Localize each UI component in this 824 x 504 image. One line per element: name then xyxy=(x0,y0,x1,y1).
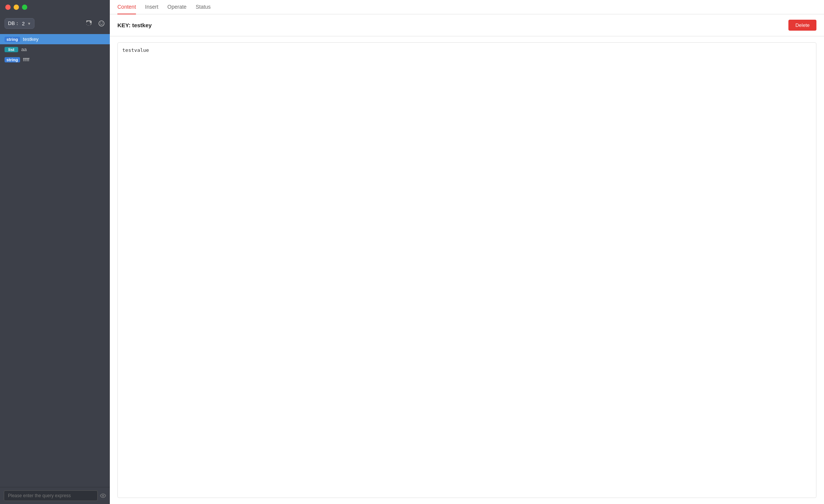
eye-icon xyxy=(100,493,106,499)
sidebar: DB： 2 0 1 3 4 5 ▼ xyxy=(0,0,110,504)
tab-content[interactable]: Content xyxy=(117,0,136,14)
tab-operate[interactable]: Operate xyxy=(167,0,187,14)
value-area: testvalue xyxy=(110,36,824,504)
key-item-testkey[interactable]: string testkey xyxy=(0,34,110,44)
db-selector[interactable]: DB： 2 0 1 3 4 5 ▼ xyxy=(5,18,34,29)
key-list: string testkey list aa string fffff xyxy=(0,33,110,487)
refresh-button[interactable] xyxy=(86,20,93,27)
close-button[interactable] xyxy=(5,5,11,10)
emoji-button[interactable] xyxy=(98,20,105,27)
tabs: Content Insert Operate Status xyxy=(110,0,824,14)
refresh-icon xyxy=(86,20,92,26)
key-name-fffff: fffff xyxy=(23,57,30,62)
content-area: Content Insert Operate Status KEY: testk… xyxy=(110,0,824,504)
db-select[interactable]: 2 0 1 3 4 5 xyxy=(22,21,25,26)
svg-point-0 xyxy=(99,21,104,26)
traffic-lights xyxy=(0,0,33,14)
key-item-aa[interactable]: list aa xyxy=(0,44,110,54)
key-title: KEY: testkey xyxy=(117,22,152,28)
svg-point-1 xyxy=(100,23,101,23)
key-name-aa: aa xyxy=(21,47,27,52)
svg-point-2 xyxy=(102,23,103,23)
minimize-button[interactable] xyxy=(14,5,19,10)
smiley-icon xyxy=(98,20,105,26)
toggle-visibility-button[interactable] xyxy=(100,493,106,499)
db-label: DB： xyxy=(8,20,20,27)
maximize-button[interactable] xyxy=(22,5,27,10)
key-name-testkey: testkey xyxy=(23,36,39,42)
app-window: DB： 2 0 1 3 4 5 ▼ xyxy=(0,0,824,504)
type-badge-string: string xyxy=(5,37,20,42)
key-item-fffff[interactable]: string fffff xyxy=(0,54,110,65)
tab-insert[interactable]: Insert xyxy=(145,0,158,14)
tab-status[interactable]: Status xyxy=(196,0,211,14)
sidebar-icons xyxy=(86,20,105,27)
type-badge-list: list xyxy=(5,47,18,52)
value-textarea[interactable]: testvalue xyxy=(117,42,816,498)
svg-point-3 xyxy=(102,495,104,496)
key-header: KEY: testkey Delete xyxy=(110,14,824,36)
delete-button[interactable]: Delete xyxy=(788,20,816,31)
chevron-down-icon: ▼ xyxy=(27,22,31,26)
query-bar xyxy=(0,487,110,504)
type-badge-string-2: string xyxy=(5,57,20,62)
query-input[interactable] xyxy=(4,490,98,501)
main-layout: DB： 2 0 1 3 4 5 ▼ xyxy=(0,0,824,504)
